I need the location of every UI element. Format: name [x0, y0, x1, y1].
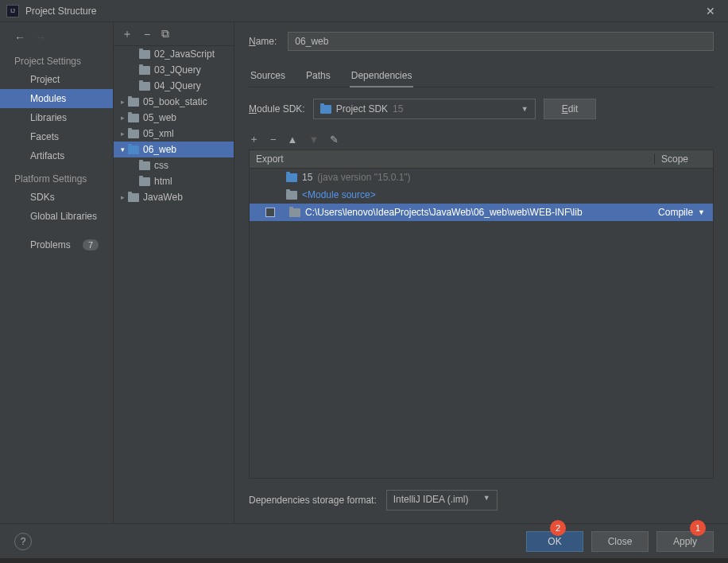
tree-item[interactable]: ▸JavaWeb: [114, 189, 234, 205]
sidebar-item-libraries[interactable]: Libraries: [0, 108, 113, 127]
app-icon: IJ: [6, 5, 19, 17]
library-icon: [289, 208, 300, 217]
chevron-icon: ▾: [117, 146, 128, 153]
col-export: Export: [250, 153, 655, 165]
apply-button[interactable]: Apply: [656, 531, 714, 552]
window-title: Project Structure: [25, 6, 699, 17]
edit-icon[interactable]: ✎: [330, 134, 339, 146]
tree-label: 03_JQuery: [154, 64, 201, 76]
remove-icon[interactable]: −: [144, 28, 150, 41]
close-icon[interactable]: ✕: [699, 2, 722, 21]
tree-label: 04_JQuery: [154, 80, 201, 91]
down-icon: ▼: [308, 134, 319, 146]
folder-icon: [128, 130, 139, 138]
scope-select[interactable]: Compile▼: [658, 207, 705, 218]
tree-item[interactable]: html: [114, 173, 234, 189]
module-name-input[interactable]: [288, 32, 714, 51]
dependency-text: C:\Users\lenovo\IdeaProjects\JavaWeb\06_…: [305, 207, 583, 218]
chevron-icon: ▸: [117, 114, 128, 122]
sidebar: ← → Project Settings ProjectModulesLibra…: [0, 22, 114, 523]
source-icon: [286, 191, 297, 200]
add-icon[interactable]: ＋: [249, 132, 259, 146]
tree-label: 05_xml: [143, 128, 174, 139]
sidebar-item-global-libraries[interactable]: Global Libraries: [0, 207, 113, 226]
tree-item[interactable]: ▸05_web: [114, 110, 234, 126]
sidebar-heading-platform: Platform Settings: [0, 165, 113, 188]
nav-back-icon[interactable]: ←: [14, 31, 25, 44]
taskbar: [0, 558, 728, 563]
titlebar: IJ Project Structure ✕: [0, 0, 728, 22]
nav-forward-icon: →: [35, 31, 46, 44]
tree-label: 02_JavaScript: [154, 49, 215, 60]
folder-icon: [139, 161, 150, 170]
tree-item[interactable]: ▸05_xml: [114, 126, 234, 142]
footer: ? 2 1 OK Close Apply: [0, 523, 728, 558]
tree-label: JavaWeb: [143, 192, 183, 203]
module-sdk-label: Module SDK:: [249, 103, 305, 115]
dependency-text: <Module source>: [302, 189, 376, 200]
version-text: (java version "15.0.1"): [317, 172, 410, 183]
chevron-icon: ▸: [117, 98, 128, 106]
dependency-row[interactable]: <Module source>: [250, 186, 713, 204]
add-icon[interactable]: ＋: [122, 27, 133, 41]
tree-item[interactable]: css: [114, 157, 234, 173]
sidebar-item-sdks[interactable]: SDKs: [0, 188, 113, 207]
cancel-button[interactable]: Close: [591, 531, 649, 552]
folder-icon: [128, 193, 139, 202]
up-icon[interactable]: ▲: [288, 134, 298, 146]
tree-item[interactable]: 03_JQuery: [114, 62, 234, 78]
copy-icon[interactable]: ⧉: [161, 27, 169, 41]
help-button[interactable]: ?: [14, 533, 32, 550]
tree-label: 05_book_static: [143, 96, 207, 107]
name-label: Name:: [249, 36, 277, 47]
sidebar-item-modules[interactable]: Modules: [0, 89, 113, 108]
chevron-down-icon: ▼: [521, 105, 529, 113]
storage-format-select[interactable]: IntelliJ IDEA (.iml) ▼: [386, 490, 498, 511]
folder-icon: [128, 114, 139, 122]
tab-sources[interactable]: Sources: [249, 65, 287, 87]
dependency-row[interactable]: C:\Users\lenovo\IdeaProjects\JavaWeb\06_…: [250, 204, 713, 221]
folder-icon: [128, 98, 139, 107]
dependency-row[interactable]: 15 (java version "15.0.1"): [250, 169, 713, 186]
sidebar-item-project[interactable]: Project: [0, 70, 113, 89]
dependency-toolbar: ＋ − ▲ ▼ ✎: [249, 129, 714, 149]
dependency-table[interactable]: 15 (java version "15.0.1")<Module source…: [249, 169, 714, 479]
chevron-down-icon: ▼: [698, 208, 705, 216]
tree-item[interactable]: ▾06_web: [114, 142, 234, 157]
sidebar-item-problems[interactable]: Problems 7: [0, 235, 113, 254]
folder-icon: [139, 66, 150, 75]
problems-badge: 7: [83, 239, 99, 250]
annotation-badge-1: 1: [690, 520, 706, 536]
chevron-down-icon: ▼: [483, 494, 490, 502]
tree-label: css: [154, 160, 168, 171]
folder-icon: [139, 50, 150, 59]
tabs: Sources Paths Dependencies: [249, 65, 714, 87]
sdk-folder-icon: [320, 105, 331, 114]
tree-item[interactable]: 04_JQuery: [114, 78, 234, 94]
detail-panel: Name: Sources Paths Dependencies Module …: [234, 22, 728, 523]
tab-dependencies[interactable]: Dependencies: [350, 65, 414, 87]
dependency-text: 15: [302, 172, 312, 183]
export-checkbox[interactable]: [265, 208, 275, 217]
dependency-table-header: Export Scope: [249, 149, 714, 169]
chevron-icon: ▸: [117, 193, 128, 201]
tab-paths[interactable]: Paths: [304, 65, 332, 87]
tree-item[interactable]: ▸05_book_static: [114, 94, 234, 110]
module-sdk-select[interactable]: Project SDK 15 ▼: [313, 99, 536, 119]
tree-label: 05_web: [143, 112, 176, 123]
storage-format-label: Dependencies storage format:: [249, 495, 377, 506]
sidebar-item-facets[interactable]: Facets: [0, 127, 113, 146]
problems-label: Problems: [30, 239, 71, 250]
edit-sdk-button[interactable]: Edit: [544, 99, 597, 119]
col-scope: Scope: [655, 153, 713, 165]
folder-icon: [128, 146, 139, 154]
folder-icon: [139, 177, 150, 186]
sidebar-item-artifacts[interactable]: Artifacts: [0, 146, 113, 165]
remove-icon[interactable]: −: [270, 134, 277, 146]
tree-label: html: [154, 176, 172, 187]
tree-item[interactable]: 02_JavaScript: [114, 46, 234, 62]
annotation-badge-2: 2: [550, 520, 566, 536]
tree-toolbar: ＋ − ⧉: [114, 22, 234, 46]
tree-label: 06_web: [143, 144, 176, 155]
sidebar-heading-project: Project Settings: [0, 48, 113, 70]
